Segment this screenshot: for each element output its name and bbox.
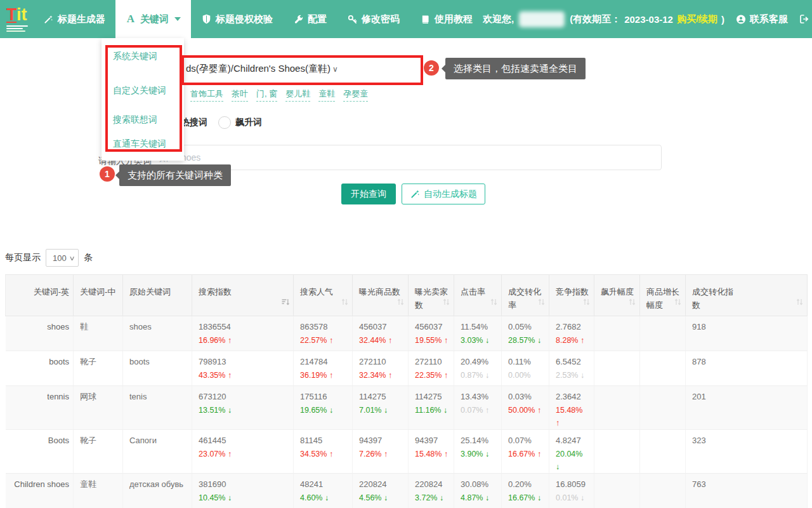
- metric-value: 30.08%: [461, 478, 496, 491]
- metric-cell: 2208244.56% ↓: [353, 474, 409, 508]
- letter-a-icon: A: [126, 14, 136, 24]
- metric-value: 48241: [300, 478, 347, 491]
- table-head: 关键词-英关键词-中原始关键词搜索指数搜索人气曝光商品数曝光卖家数点击率成交转化…: [6, 275, 808, 316]
- metric-change: 2.53% ↓: [556, 369, 589, 382]
- column-header-曝光商品数[interactable]: 曝光商品数: [353, 275, 409, 316]
- sort-icon[interactable]: [396, 297, 405, 310]
- radio-label: 飙升词: [235, 117, 262, 128]
- metric-change: 36.19% ↑: [300, 369, 347, 382]
- sort-icon[interactable]: [628, 297, 636, 310]
- metric-change: 4.60% ↓: [300, 491, 347, 504]
- category-tag[interactable]: 首饰工具: [190, 88, 223, 102]
- sort-desc-active-icon[interactable]: [281, 297, 290, 310]
- nav-item-修改密码[interactable]: 修改密码: [337, 0, 410, 38]
- column-header-成交转化指数[interactable]: 成交转化指数: [686, 275, 808, 316]
- metric-change: 32.44% ↑: [359, 334, 403, 347]
- metric-value: 11.54%: [461, 321, 496, 333]
- metric-change: 13.51% ↓: [199, 404, 288, 417]
- category-tag[interactable]: 孕婴童: [343, 88, 368, 102]
- metric-change: 16.96% ↑: [199, 334, 288, 347]
- metric-cell: 8114534.53% ↑: [294, 430, 353, 474]
- column-header-搜索人气[interactable]: 搜索人气: [294, 275, 353, 316]
- sort-icon[interactable]: [582, 297, 591, 310]
- metric-cell: [640, 316, 686, 351]
- logout-link[interactable]: 退出登录: [799, 13, 812, 25]
- metric-value: 2.7682: [556, 321, 589, 333]
- category-selector[interactable]: ds(孕婴童)/Children's Shoes(童鞋)∨: [186, 63, 338, 75]
- metric-value: 114275: [359, 391, 403, 403]
- metric-value: 0.20%: [508, 478, 544, 491]
- start-query-button[interactable]: 开始查询: [341, 184, 396, 204]
- column-header-搜索指数[interactable]: 搜索指数: [192, 275, 294, 316]
- welcome-text: 欢迎您,: [483, 13, 514, 25]
- table-row: tennis网球tenis67312013.51% ↓17511619.65% …: [6, 386, 808, 430]
- logo-bars: [6, 24, 28, 32]
- column-header-点击率[interactable]: 点击率: [454, 275, 502, 316]
- keyword-dropdown-menu: 系统关键词自定义关键词搜索联想词直通车关键词: [102, 38, 184, 161]
- column-header-飙升幅度[interactable]: 飙升幅度: [594, 275, 640, 316]
- sort-icon[interactable]: [537, 297, 546, 310]
- sort-icon[interactable]: [341, 297, 349, 310]
- metric-change: 7.26% ↑: [359, 448, 403, 460]
- app-logo[interactable]: Tit: [0, 0, 28, 38]
- nav-item-配置[interactable]: 配置: [283, 0, 337, 38]
- sort-icon[interactable]: [442, 297, 450, 310]
- page-size-select[interactable]: 100 ∨: [46, 249, 79, 267]
- column-header-竞争指数[interactable]: 竞争指数: [549, 275, 594, 316]
- metric-cell: [594, 316, 640, 351]
- radio-label: 热搜词: [181, 117, 207, 128]
- metric-change: 11.16% ↓: [415, 404, 449, 417]
- metric-change: 8.28% ↑: [556, 334, 589, 347]
- buy-renew-link[interactable]: 购买/续期: [677, 13, 717, 25]
- radio-option-飙升词[interactable]: 飙升词: [218, 116, 262, 129]
- category-tag[interactable]: 门, 窗: [256, 88, 277, 102]
- metric-cell: 0.03%50.00% ↑: [502, 386, 549, 430]
- sort-icon[interactable]: [490, 297, 498, 310]
- column-header-商品增长幅度[interactable]: 商品增长幅度: [640, 275, 686, 316]
- sort-icon[interactable]: [796, 297, 804, 310]
- nav-item-使用教程[interactable]: 使用教程: [410, 0, 483, 38]
- radio-circle-icon[interactable]: [218, 116, 231, 129]
- category-tag[interactable]: 茶叶: [232, 88, 248, 102]
- column-label: 成交转化指数: [692, 285, 737, 312]
- metric-cell: 0.11%0.00%: [502, 351, 549, 386]
- metric-change: 19.55% ↑: [415, 334, 449, 347]
- column-header-原始关键词: 原始关键词: [123, 275, 192, 316]
- metric-change: 19.65% ↓: [300, 404, 347, 417]
- metric-value: 461445: [199, 434, 288, 447]
- book-icon: [420, 14, 430, 24]
- nav-item-标题生成器[interactable]: 标题生成器: [33, 0, 115, 38]
- metric-value: 381690: [199, 478, 288, 491]
- metric-cell: 2.364215.48% ↑: [549, 386, 594, 430]
- annotation-badge-2: 2: [424, 60, 439, 76]
- column-header-成交转化率[interactable]: 成交转化率: [502, 275, 549, 316]
- metric-cell: [594, 386, 640, 430]
- annotation-badge-1: 1: [100, 166, 115, 182]
- dropdown-item-搜索联想词[interactable]: 搜索联想词: [113, 114, 157, 126]
- metric-cell: 16.80590.01% ↓: [549, 474, 594, 508]
- auto-generate-title-button[interactable]: 自动生成标题: [402, 184, 485, 204]
- sort-icon[interactable]: [674, 297, 682, 310]
- cell-keyword-en: Boots: [6, 430, 74, 474]
- metric-value: 20.49%: [461, 356, 496, 368]
- dropdown-item-自定义关键词[interactable]: 自定义关键词: [113, 85, 166, 97]
- logo-text: Tit: [6, 6, 28, 23]
- metric-value: 25.14%: [461, 434, 496, 447]
- nav-item-label: 使用教程: [435, 13, 473, 25]
- metric-change: 20.04% ↓: [556, 448, 589, 473]
- column-header-曝光卖家数[interactable]: 曝光卖家数: [409, 275, 454, 316]
- cell-original-keyword: boots: [123, 351, 192, 386]
- category-tag[interactable]: 婴儿鞋: [285, 88, 310, 102]
- dropdown-item-系统关键词[interactable]: 系统关键词: [113, 51, 157, 62]
- dropdown-item-直通车关键词[interactable]: 直通车关键词: [113, 138, 166, 150]
- column-label: 搜索指数: [199, 285, 232, 298]
- nav-item-标题侵权校验[interactable]: 标题侵权校验: [191, 0, 283, 38]
- metric-cell: 763: [686, 474, 808, 508]
- cell-original-keyword: shoes: [123, 316, 192, 351]
- contact-support-link[interactable]: 联系客服: [736, 13, 788, 25]
- metric-change: 0.07% ↑: [461, 404, 496, 417]
- category-tag[interactable]: 童鞋: [318, 88, 335, 102]
- metric-value: 2.3642: [556, 391, 589, 403]
- metric-change: 4.87% ↓: [461, 491, 496, 504]
- nav-item-关键词[interactable]: A关键词: [115, 0, 191, 38]
